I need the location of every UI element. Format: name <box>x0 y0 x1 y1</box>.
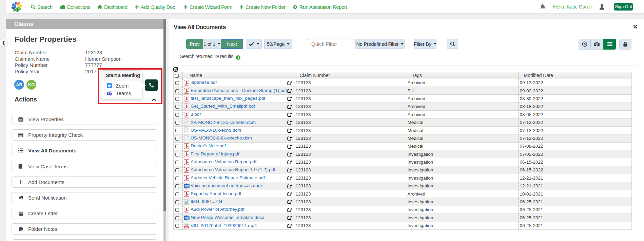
svg-text:MP4: MP4 <box>185 227 188 228</box>
